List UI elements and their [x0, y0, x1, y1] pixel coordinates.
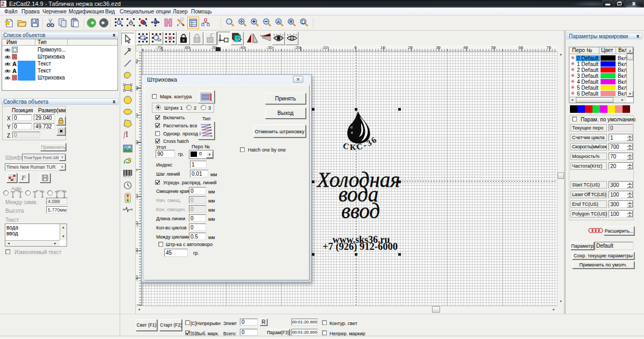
svg-text:A: A — [277, 19, 280, 24]
svg-text:8 6 1 2 4: 8 6 1 2 4 — [123, 176, 130, 178]
svg-text:а: а — [350, 125, 353, 129]
svg-text:в: в — [351, 130, 353, 135]
